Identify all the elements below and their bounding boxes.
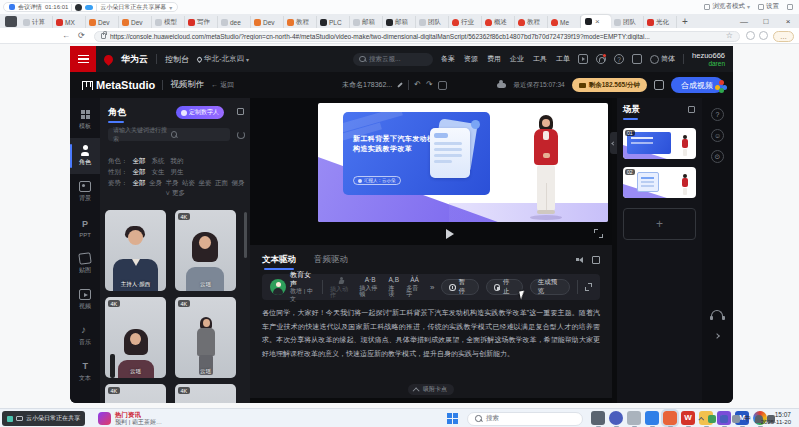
active-tab-metastudio[interactable]: ×	[581, 15, 611, 28]
browser-tab[interactable]: 计算	[20, 16, 53, 28]
browser-tab[interactable]: MX	[53, 16, 86, 28]
rail-item[interactable]: 文本	[70, 354, 100, 390]
close-button[interactable]: ×	[777, 15, 799, 28]
taskbar-app-icon[interactable]	[591, 411, 605, 425]
help-icon[interactable]: ?	[711, 108, 724, 121]
rail-item[interactable]: PPT	[70, 210, 100, 246]
filter-option[interactable]: 全部	[133, 179, 146, 188]
feedback-smiley-icon[interactable]: ☺	[711, 129, 724, 142]
redo-icon[interactable]: ↷	[426, 81, 433, 89]
taskbar-app-icon[interactable]: W	[681, 411, 695, 425]
taskbar-clock[interactable]: 15:07 2025-11-20	[761, 411, 791, 427]
rail-item[interactable]: 模板	[70, 102, 100, 138]
console-nav-item[interactable]: 资源	[464, 54, 478, 64]
add-scene-button[interactable]: +	[623, 208, 696, 240]
minimize-button[interactable]: —	[733, 15, 755, 28]
browser-tab[interactable]: 团队	[611, 16, 644, 28]
browser-tab[interactable]: dee	[218, 16, 251, 28]
browser-tab[interactable]: Dev	[119, 16, 152, 28]
liaison-button[interactable]: A,B 连读	[388, 277, 399, 297]
settings-gear-icon[interactable]: ⊙	[711, 150, 724, 163]
snap-point-button[interactable]: 吸附卡点	[408, 384, 454, 395]
help-icon[interactable]: ?	[614, 54, 624, 64]
browser-settings-button[interactable]: 设置	[758, 2, 779, 11]
hamburger-menu-button[interactable]	[70, 46, 96, 72]
back-link[interactable]: ← 返回	[211, 80, 234, 90]
maximize-button[interactable]: □	[755, 15, 777, 28]
undo-icon[interactable]: ↶	[414, 81, 421, 89]
rail-item[interactable]: 背景	[70, 174, 100, 210]
filter-option[interactable]: 坐姿	[199, 179, 212, 188]
avatar-card-partial[interactable]: 4K	[105, 384, 166, 403]
share-stop-icon[interactable]	[7, 416, 13, 422]
pause-button[interactable]: 暂停	[441, 279, 478, 295]
filter-option[interactable]: 站姿	[182, 179, 195, 188]
panel-expand-icon[interactable]	[237, 108, 244, 115]
new-tab-button[interactable]: +	[682, 17, 688, 27]
tab-audio-drive[interactable]: 音频驱动	[314, 254, 348, 266]
panel-toggle-icon[interactable]	[654, 80, 664, 90]
console-nav-item[interactable]: 企业	[510, 54, 524, 64]
avatar-card[interactable]: 4K 云瑶	[175, 210, 236, 291]
expand-icon[interactable]	[585, 283, 592, 291]
browser-more-button[interactable]: …	[773, 31, 794, 42]
news-widget[interactable]: 热门资讯 预判 | 霸王茶姬…	[98, 411, 162, 426]
collapse-scenes-handle[interactable]	[610, 132, 617, 154]
filter-option[interactable]: 全部	[133, 168, 146, 177]
taskbar-search[interactable]: 搜索	[467, 412, 583, 426]
console-nav-item[interactable]: 工具	[533, 54, 547, 64]
tab-close-icon[interactable]: ×	[595, 18, 600, 26]
filter-option[interactable]: 全身	[149, 179, 162, 188]
fullscreen-icon[interactable]	[594, 229, 603, 238]
back-button[interactable]: ←	[62, 32, 70, 40]
taskbar-app-icon[interactable]	[609, 411, 623, 425]
meeting-detail-label[interactable]: 会议详情	[18, 3, 42, 12]
insert-action-button[interactable]: 插入动作	[330, 277, 352, 298]
address-bar[interactable]: https://console.huaweicloud.com/metaStud…	[94, 31, 740, 42]
ime-indicator[interactable]: 中	[744, 414, 751, 424]
customize-avatar-button[interactable]: 定制数字人	[176, 106, 224, 119]
message-icon[interactable]	[632, 54, 642, 64]
console-nav-item[interactable]: 工单	[556, 54, 570, 64]
filter-option[interactable]: 全部	[133, 157, 146, 166]
polyphone-button[interactable]: ÀÁ 多音字	[406, 277, 423, 297]
console-link[interactable]: 控制台	[165, 54, 189, 65]
filter-option[interactable]: 我的	[171, 157, 184, 166]
history-icon[interactable]	[438, 81, 447, 90]
browser-tab[interactable]: 教程	[284, 16, 317, 28]
brand-name[interactable]: 华为云	[121, 53, 148, 66]
chevron-down-icon[interactable]: ▾	[169, 4, 172, 11]
browser-tab[interactable]: 教程	[515, 16, 548, 28]
extension-icon[interactable]	[759, 31, 768, 40]
console-search-box[interactable]: 搜索云服...	[353, 53, 433, 66]
tray-chevron-icon[interactable]	[698, 417, 704, 423]
filter-option[interactable]: 男生	[171, 168, 184, 177]
region-selector[interactable]: 华北-北京四 ▾	[197, 54, 249, 64]
browser-tab[interactable]: Dev	[86, 16, 119, 28]
filter-option[interactable]: 侧身	[232, 179, 245, 188]
tab-text-drive[interactable]: 文本驱动	[262, 254, 296, 266]
browser-tab[interactable]: 行业	[449, 16, 482, 28]
avatar-card[interactable]: 4K 云瑶	[105, 297, 166, 378]
avatar-card[interactable]: 主持人·颜西	[105, 210, 166, 291]
rail-item[interactable]: 音乐	[70, 318, 100, 354]
language-selector[interactable]: 简体	[650, 54, 675, 64]
rail-item[interactable]: 视频	[70, 282, 100, 318]
document-title[interactable]: 未命名178362...	[342, 80, 392, 90]
slide-card[interactable]: 新工科背景下汽车发动机 构造实践教学改革 汇报人：云小朵	[343, 112, 490, 195]
browser-tab[interactable]: 团队	[416, 16, 449, 28]
scene-thumbnail[interactable]: 02	[623, 167, 696, 198]
avatar-card[interactable]: 4K 云瑶	[175, 297, 236, 378]
browser-tab[interactable]: 光化	[644, 16, 677, 28]
play-button[interactable]	[446, 229, 454, 239]
stop-button[interactable]: 停止	[486, 279, 523, 295]
profile-icon[interactable]	[746, 31, 755, 40]
scenes-expand-icon[interactable]	[688, 106, 695, 113]
notification-bell-icon[interactable]	[596, 54, 606, 64]
browser-tab[interactable]: 模型	[152, 16, 185, 28]
url-text[interactable]: https://console.huaweicloud.com/metaStud…	[110, 33, 722, 40]
filter-option[interactable]: 女生	[152, 168, 165, 177]
browser-tab[interactable]: PLC	[317, 16, 350, 28]
rail-item[interactable]: 角色	[70, 138, 100, 174]
taskbar-app-icon[interactable]	[627, 411, 641, 425]
